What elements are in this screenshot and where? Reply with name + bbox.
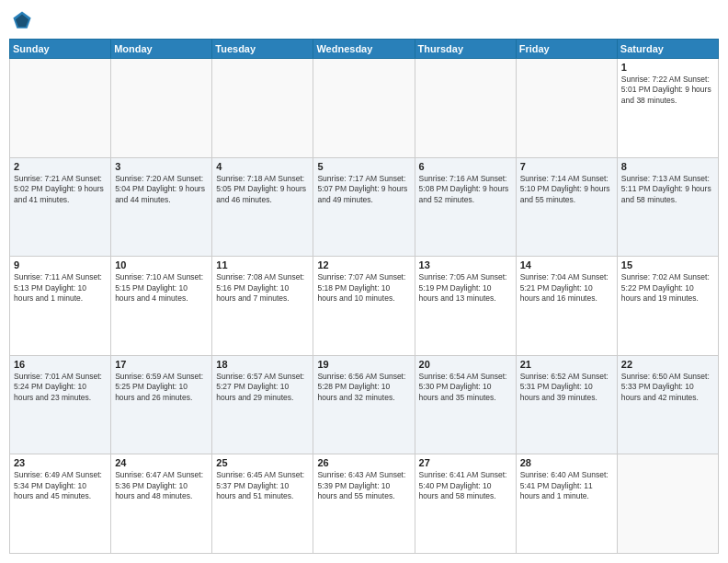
day-info: Sunrise: 6:56 AM Sunset: 5:28 PM Dayligh… [317,372,410,403]
calendar-cell: 9Sunrise: 7:11 AM Sunset: 5:13 PM Daylig… [10,257,111,356]
weekday-header-friday: Friday [516,40,617,59]
calendar-cell [313,59,415,158]
day-info: Sunrise: 7:18 AM Sunset: 5:05 PM Dayligh… [216,174,309,205]
day-info: Sunrise: 6:40 AM Sunset: 5:41 PM Dayligh… [520,470,613,501]
day-number: 12 [317,259,410,270]
calendar-cell: 23Sunrise: 6:49 AM Sunset: 5:34 PM Dayli… [10,454,111,554]
calendar-cell [111,59,212,158]
weekday-header-tuesday: Tuesday [212,40,313,59]
calendar-cell: 25Sunrise: 6:45 AM Sunset: 5:37 PM Dayli… [212,454,313,554]
day-number: 7 [520,161,613,172]
day-info: Sunrise: 7:08 AM Sunset: 5:16 PM Dayligh… [216,272,309,304]
day-number: 2 [14,161,107,172]
day-number: 23 [14,457,107,468]
day-number: 14 [520,259,613,270]
calendar-cell: 10Sunrise: 7:10 AM Sunset: 5:15 PM Dayli… [111,257,212,356]
day-info: Sunrise: 7:20 AM Sunset: 5:04 PM Dayligh… [115,174,208,205]
day-number: 18 [216,359,309,370]
calendar-cell: 14Sunrise: 7:04 AM Sunset: 5:21 PM Dayli… [516,257,617,356]
calendar-cell: 5Sunrise: 7:17 AM Sunset: 5:07 PM Daylig… [313,157,415,257]
week-row-1: 1Sunrise: 7:22 AM Sunset: 5:01 PM Daylig… [10,59,719,158]
day-info: Sunrise: 7:10 AM Sunset: 5:15 PM Dayligh… [115,272,208,304]
calendar-cell: 1Sunrise: 7:22 AM Sunset: 5:01 PM Daylig… [617,59,718,158]
day-number: 15 [621,259,714,270]
week-row-4: 16Sunrise: 7:01 AM Sunset: 5:24 PM Dayli… [10,355,719,454]
weekday-header-sunday: Sunday [10,40,111,59]
day-number: 4 [216,161,309,172]
week-row-5: 23Sunrise: 6:49 AM Sunset: 5:34 PM Dayli… [10,454,719,554]
day-number: 16 [14,359,107,370]
calendar-cell: 6Sunrise: 7:16 AM Sunset: 5:08 PM Daylig… [415,157,516,257]
day-number: 17 [115,359,208,370]
day-info: Sunrise: 7:07 AM Sunset: 5:18 PM Dayligh… [317,272,410,304]
day-info: Sunrise: 6:54 AM Sunset: 5:30 PM Dayligh… [419,372,512,403]
calendar-cell: 13Sunrise: 7:05 AM Sunset: 5:19 PM Dayli… [415,257,516,356]
day-number: 24 [115,457,208,468]
day-info: Sunrise: 6:45 AM Sunset: 5:37 PM Dayligh… [216,470,309,501]
day-number: 28 [520,457,613,468]
calendar-cell: 3Sunrise: 7:20 AM Sunset: 5:04 PM Daylig… [111,157,212,257]
day-number: 22 [621,359,714,370]
day-info: Sunrise: 6:43 AM Sunset: 5:39 PM Dayligh… [317,470,410,501]
calendar-cell [10,59,111,158]
day-number: 11 [216,259,309,270]
day-info: Sunrise: 7:05 AM Sunset: 5:19 PM Dayligh… [419,272,512,304]
day-number: 25 [216,457,309,468]
calendar-cell: 24Sunrise: 6:47 AM Sunset: 5:36 PM Dayli… [111,454,212,554]
calendar-cell: 21Sunrise: 6:52 AM Sunset: 5:31 PM Dayli… [516,355,617,454]
calendar-cell [516,59,617,158]
day-info: Sunrise: 7:22 AM Sunset: 5:01 PM Dayligh… [621,75,714,106]
day-number: 10 [115,259,208,270]
day-info: Sunrise: 7:01 AM Sunset: 5:24 PM Dayligh… [14,372,107,403]
calendar-cell [415,59,516,158]
calendar-cell: 27Sunrise: 6:41 AM Sunset: 5:40 PM Dayli… [415,454,516,554]
header [9,9,719,31]
day-info: Sunrise: 6:47 AM Sunset: 5:36 PM Dayligh… [115,470,208,501]
day-number: 5 [317,161,410,172]
weekday-header-thursday: Thursday [415,40,516,59]
calendar-cell: 12Sunrise: 7:07 AM Sunset: 5:18 PM Dayli… [313,257,415,356]
day-number: 21 [520,359,613,370]
day-info: Sunrise: 7:17 AM Sunset: 5:07 PM Dayligh… [317,174,410,205]
logo-icon [11,9,33,31]
day-number: 9 [14,259,107,270]
day-info: Sunrise: 6:50 AM Sunset: 5:33 PM Dayligh… [621,372,714,403]
calendar-cell: 7Sunrise: 7:14 AM Sunset: 5:10 PM Daylig… [516,157,617,257]
day-number: 19 [317,359,410,370]
calendar-cell [617,454,718,554]
weekday-header-saturday: Saturday [617,40,718,59]
day-number: 20 [419,359,512,370]
calendar-cell: 28Sunrise: 6:40 AM Sunset: 5:41 PM Dayli… [516,454,617,554]
calendar-cell: 19Sunrise: 6:56 AM Sunset: 5:28 PM Dayli… [313,355,415,454]
calendar-cell: 2Sunrise: 7:21 AM Sunset: 5:02 PM Daylig… [10,157,111,257]
day-number: 13 [419,259,512,270]
calendar-cell: 11Sunrise: 7:08 AM Sunset: 5:16 PM Dayli… [212,257,313,356]
day-info: Sunrise: 7:13 AM Sunset: 5:11 PM Dayligh… [621,174,714,205]
week-row-2: 2Sunrise: 7:21 AM Sunset: 5:02 PM Daylig… [10,157,719,257]
day-number: 27 [419,457,512,468]
day-info: Sunrise: 7:14 AM Sunset: 5:10 PM Dayligh… [520,174,613,205]
day-info: Sunrise: 7:02 AM Sunset: 5:22 PM Dayligh… [621,272,714,304]
day-info: Sunrise: 6:41 AM Sunset: 5:40 PM Dayligh… [419,470,512,501]
day-info: Sunrise: 6:57 AM Sunset: 5:27 PM Dayligh… [216,372,309,403]
calendar-table: SundayMondayTuesdayWednesdayThursdayFrid… [9,39,719,554]
day-info: Sunrise: 7:21 AM Sunset: 5:02 PM Dayligh… [14,174,107,205]
day-number: 1 [621,62,714,73]
day-number: 8 [621,161,714,172]
calendar-cell: 18Sunrise: 6:57 AM Sunset: 5:27 PM Dayli… [212,355,313,454]
day-number: 3 [115,161,208,172]
calendar-cell: 22Sunrise: 6:50 AM Sunset: 5:33 PM Dayli… [617,355,718,454]
logo [9,9,33,31]
day-number: 26 [317,457,410,468]
calendar-cell: 26Sunrise: 6:43 AM Sunset: 5:39 PM Dayli… [313,454,415,554]
day-info: Sunrise: 6:52 AM Sunset: 5:31 PM Dayligh… [520,372,613,403]
weekday-header-row: SundayMondayTuesdayWednesdayThursdayFrid… [10,40,719,59]
weekday-header-monday: Monday [111,40,212,59]
page: SundayMondayTuesdayWednesdayThursdayFrid… [0,0,728,563]
week-row-3: 9Sunrise: 7:11 AM Sunset: 5:13 PM Daylig… [10,257,719,356]
calendar-cell: 16Sunrise: 7:01 AM Sunset: 5:24 PM Dayli… [10,355,111,454]
weekday-header-wednesday: Wednesday [313,40,415,59]
day-info: Sunrise: 7:04 AM Sunset: 5:21 PM Dayligh… [520,272,613,304]
day-number: 6 [419,161,512,172]
calendar-cell: 8Sunrise: 7:13 AM Sunset: 5:11 PM Daylig… [617,157,718,257]
